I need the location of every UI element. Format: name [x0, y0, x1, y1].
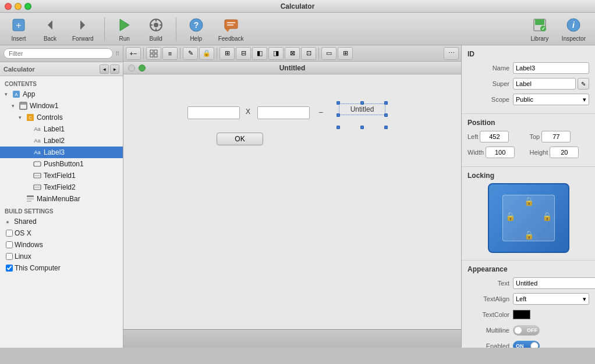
toolbar-sep-2: [176, 17, 176, 41]
insert-label: Insert: [11, 35, 26, 42]
tree-item-shared[interactable]: ● Shared: [0, 216, 123, 227]
canvas[interactable]: Untitled X − Untitled: [123, 62, 461, 348]
inspector-text-label: Text: [468, 280, 509, 287]
tree-item-mainmenubar[interactable]: ▾ MainMenuBar: [0, 193, 123, 205]
feedback-label: Feedback: [218, 35, 244, 42]
tree-item-window1[interactable]: ▾ Window1: [0, 100, 123, 112]
tree-item-pushbutton1[interactable]: ▾ PushButton1: [0, 158, 123, 170]
enabled-toggle[interactable]: ON: [513, 341, 540, 348]
width-input[interactable]: [486, 147, 515, 158]
scope-arrow: ▾: [583, 96, 586, 104]
height-label: Height: [530, 149, 548, 156]
left-field: Left: [468, 131, 527, 142]
maximize-button[interactable]: [24, 3, 31, 10]
window-controls: [5, 3, 31, 10]
canvas-result-label[interactable]: Untitled: [339, 104, 385, 115]
inspector-textcolor-label: TextColor: [468, 311, 509, 318]
tool-list[interactable]: ≡: [162, 47, 178, 60]
title-bar: Calculator: [0, 0, 595, 13]
svg-rect-18: [535, 19, 544, 25]
search-input[interactable]: [3, 48, 113, 59]
svg-point-6: [154, 23, 158, 27]
tree-item-linux[interactable]: Linux: [0, 251, 123, 262]
handle-mr: [384, 113, 388, 117]
build-button[interactable]: Build: [142, 13, 170, 44]
svg-rect-39: [150, 54, 153, 57]
textalign-text: Left: [516, 295, 526, 302]
top-input[interactable]: [541, 131, 571, 142]
canvas-ok-button[interactable]: OK: [217, 133, 263, 145]
tool-lock[interactable]: 🔒: [199, 47, 214, 60]
window-icon: [19, 101, 28, 110]
minimize-button[interactable]: [15, 3, 22, 10]
tool-sep-4: [318, 48, 319, 59]
height-field: Height: [530, 147, 590, 158]
run-button[interactable]: Run: [111, 13, 139, 44]
super-edit-button[interactable]: ✎: [578, 78, 589, 90]
height-input[interactable]: [550, 147, 579, 158]
windows-checkbox[interactable]: [6, 241, 13, 248]
position-fields-2: Width Height: [468, 147, 589, 158]
thiscomputer-checkbox[interactable]: [6, 265, 13, 272]
left-input[interactable]: [480, 131, 509, 142]
tool-add-remove[interactable]: +−: [126, 47, 141, 60]
textcolor-swatch[interactable]: [513, 310, 530, 319]
tool-resize[interactable]: ▭: [321, 47, 337, 60]
textalign-select[interactable]: Left ▾: [513, 293, 589, 305]
tool-align-right[interactable]: ⊟: [236, 47, 251, 60]
tool-more[interactable]: ⋯: [444, 47, 459, 60]
insert-button[interactable]: + Insert: [5, 13, 33, 44]
inspector-id-section: ID Name Label3 Super Label ✎ Scope Publi…: [462, 45, 595, 114]
tool-arrange[interactable]: ⊞: [338, 47, 353, 60]
tree-item-thiscomputer[interactable]: This Computer: [0, 262, 123, 274]
tree-item-textfield2[interactable]: ▾ TextField2: [0, 181, 123, 193]
back-button[interactable]: Back: [36, 13, 64, 44]
svg-rect-36: [27, 201, 31, 202]
tree-item-label1[interactable]: ▾ Aa Label1: [0, 123, 123, 135]
nav-forward-btn[interactable]: ▸: [110, 65, 119, 74]
top-label: Top: [530, 133, 540, 140]
forward-button[interactable]: Forward: [68, 13, 98, 44]
inspector-button[interactable]: i Inspector: [557, 13, 590, 44]
nav-back-btn[interactable]: ◂: [100, 65, 109, 74]
inspector-position-section: Position Left Top Width: [462, 114, 595, 167]
tree-item-osx[interactable]: OS X: [0, 227, 123, 239]
tool-align-top[interactable]: ◧: [252, 47, 267, 60]
tool-edit[interactable]: ✎: [183, 47, 198, 60]
tool-align-bottom[interactable]: ◨: [268, 47, 284, 60]
close-button[interactable]: [5, 3, 12, 10]
svg-text:✓: ✓: [541, 26, 545, 31]
sidebar: ⠿ Calculator ◂ ▸ CONTENTS ▾ A App ▾: [0, 45, 123, 348]
tree-item-label3[interactable]: ▾ Aa Label3: [0, 147, 123, 158]
canvas-textfield1[interactable]: [187, 106, 240, 119]
inspector-panel: ID Name Label3 Super Label ✎ Scope Publi…: [461, 45, 595, 348]
tree-item-controls[interactable]: ▾ C Controls: [0, 112, 123, 123]
canvas-textfield2[interactable]: [257, 106, 310, 119]
tool-align-left[interactable]: ⊞: [219, 47, 235, 60]
multiline-toggle[interactable]: OFF: [513, 325, 540, 336]
library-button[interactable]: ✓ Library: [526, 13, 554, 44]
osx-checkbox[interactable]: [6, 230, 13, 237]
handle-bl: [337, 126, 340, 129]
locking-widget[interactable]: 🔒 🔒 🔒 🔒: [488, 183, 569, 253]
feedback-button[interactable]: Feedback: [214, 13, 249, 44]
preview-close-btn: [128, 65, 135, 72]
tree-item-windows[interactable]: Windows: [0, 239, 123, 251]
sidebar-search-bar: ⠿: [0, 45, 123, 62]
help-button[interactable]: ? Help: [182, 13, 210, 44]
canvas-ok-label: OK: [235, 135, 245, 143]
linux-checkbox[interactable]: [6, 253, 13, 260]
tree-toggle-app: ▾: [5, 91, 12, 97]
inspector-position-row1: Left Top: [468, 130, 589, 143]
tool-distribute-h[interactable]: ⊠: [285, 47, 300, 60]
left-label: Left: [468, 133, 478, 140]
text-input[interactable]: [513, 277, 595, 289]
tree-item-label2[interactable]: ▾ Aa Label2: [0, 135, 123, 147]
inspector-position-title: Position: [468, 119, 589, 127]
tree-item-app[interactable]: ▾ A App: [0, 88, 123, 100]
tool-grid[interactable]: [146, 47, 161, 60]
main-layout: ⠿ Calculator ◂ ▸ CONTENTS ▾ A App ▾: [0, 45, 595, 348]
tree-item-textfield1[interactable]: ▾ TextField1: [0, 170, 123, 181]
inspector-scope-value[interactable]: Public ▾: [513, 94, 589, 105]
tool-distribute-v[interactable]: ⊡: [301, 47, 316, 60]
